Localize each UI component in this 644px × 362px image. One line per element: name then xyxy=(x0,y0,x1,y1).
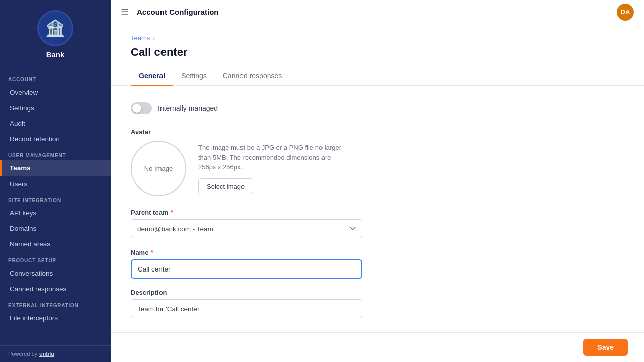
sidebar-item-teams[interactable]: Teams xyxy=(0,160,111,176)
topbar: ☰ Account Configuration DA xyxy=(111,0,644,24)
no-image-text: No Image xyxy=(144,165,173,172)
description-group: Description xyxy=(131,289,543,318)
page-footer: Save xyxy=(111,332,644,362)
toggle-row: Internally managed xyxy=(131,102,543,114)
save-button[interactable]: Save xyxy=(583,339,628,356)
name-group: Name * xyxy=(131,248,543,279)
avatar-preview: No Image xyxy=(131,141,186,196)
logo-circle: 🏦 xyxy=(37,10,73,46)
sidebar-item-named-areas[interactable]: Named areas xyxy=(0,236,111,252)
section-label-account: Account xyxy=(0,71,111,84)
tab-settings[interactable]: Settings xyxy=(173,67,215,86)
breadcrumb-teams-link[interactable]: Teams xyxy=(131,34,150,42)
section-label-user-management: User Management xyxy=(0,147,111,160)
breadcrumb-separator: › xyxy=(153,35,155,41)
topbar-title: Account Configuration xyxy=(137,8,617,16)
unblu-brand: unblu xyxy=(39,351,54,357)
section-label-product-setup: Product Setup xyxy=(0,252,111,265)
name-input[interactable] xyxy=(131,259,362,279)
sidebar-item-file-interceptors[interactable]: File interceptors xyxy=(0,310,111,326)
sidebar-item-record-retention[interactable]: Record retention xyxy=(0,131,111,147)
main-content: ☰ Account Configuration DA Teams › Call … xyxy=(111,0,644,362)
avatar-hint: The image must be a JPG or a PNG file no… xyxy=(198,143,349,172)
bank-icon: 🏦 xyxy=(45,19,65,38)
sidebar-item-overview[interactable]: Overview xyxy=(0,84,111,100)
page-title: Call center xyxy=(131,46,624,59)
required-star: * xyxy=(170,208,173,216)
description-input[interactable] xyxy=(131,299,362,318)
name-required-star: * xyxy=(150,248,153,256)
parent-team-group: Parent team * demo@bank.com - Team xyxy=(131,208,543,238)
avatar-section: Avatar No Image The image must be a JPG … xyxy=(131,128,543,196)
parent-team-label: Parent team * xyxy=(131,208,543,216)
sidebar-item-canned-responses[interactable]: Canned responses xyxy=(0,281,111,297)
toggle-label: Internally managed xyxy=(158,104,218,112)
avatar-row: No Image The image must be a JPG or a PN… xyxy=(131,141,543,196)
sidebar: 🏦 Bank Account Overview Settings Audit R… xyxy=(0,0,111,362)
tab-general[interactable]: General xyxy=(131,67,173,86)
user-avatar[interactable]: DA xyxy=(617,4,634,21)
toggle-knob xyxy=(132,104,141,113)
form-content: Internally managed Avatar No Image The i… xyxy=(111,86,564,344)
hamburger-icon[interactable]: ☰ xyxy=(121,7,129,18)
sidebar-item-audit[interactable]: Audit xyxy=(0,116,111,131)
select-image-button[interactable]: Select image xyxy=(198,178,253,194)
breadcrumb: Teams › xyxy=(131,34,624,42)
page-header: Teams › Call center xyxy=(111,24,644,59)
sidebar-brand: Bank xyxy=(46,50,65,59)
sidebar-nav: Account Overview Settings Audit Record r… xyxy=(0,67,111,345)
parent-team-select[interactable]: demo@bank.com - Team xyxy=(131,219,362,238)
description-label: Description xyxy=(131,289,543,296)
sidebar-item-conversations[interactable]: Conversations xyxy=(0,265,111,281)
page-content: Teams › Call center General Settings Can… xyxy=(111,24,644,362)
section-label-site-integration: Site Integration xyxy=(0,192,111,205)
sidebar-item-users[interactable]: Users xyxy=(0,176,111,192)
sidebar-item-domains[interactable]: Domains xyxy=(0,221,111,236)
section-label-external-integration: External Integration xyxy=(0,297,111,310)
avatar-info: The image must be a JPG or a PNG file no… xyxy=(198,143,349,194)
sidebar-item-settings[interactable]: Settings xyxy=(0,100,111,116)
avatar-label: Avatar xyxy=(131,128,543,136)
sidebar-footer: Powered by unblu xyxy=(0,345,111,362)
tab-canned-responses[interactable]: Canned responses xyxy=(215,67,290,86)
tabs: General Settings Canned responses xyxy=(111,67,644,86)
sidebar-logo: 🏦 Bank xyxy=(0,0,111,67)
sidebar-item-api-keys[interactable]: API keys xyxy=(0,205,111,221)
internally-managed-toggle[interactable] xyxy=(131,102,152,114)
name-label: Name * xyxy=(131,248,543,256)
